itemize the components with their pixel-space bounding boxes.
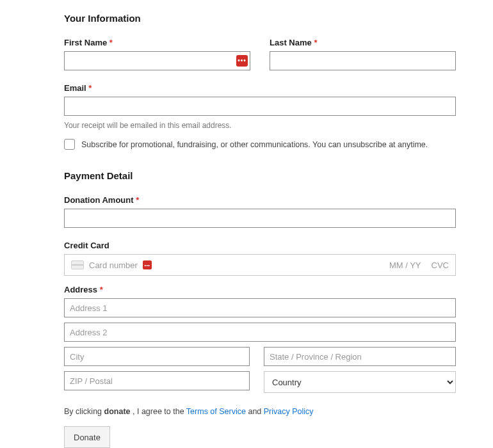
- subscribe-checkbox[interactable]: [64, 139, 75, 150]
- required-asterisk: *: [314, 38, 317, 47]
- state-input[interactable]: [264, 347, 456, 366]
- country-select[interactable]: Country: [264, 371, 456, 393]
- address2-input[interactable]: [64, 323, 456, 342]
- lastpass-icon[interactable]: •••: [143, 260, 152, 269]
- city-input[interactable]: [64, 347, 250, 366]
- required-asterisk: *: [109, 38, 113, 47]
- card-cvc-placeholder: CVC: [432, 260, 449, 270]
- required-asterisk: *: [88, 83, 92, 93]
- tos-link[interactable]: Terms of Service: [186, 407, 246, 416]
- first-name-label-text: First Name: [64, 38, 107, 47]
- address1-input[interactable]: [64, 298, 456, 317]
- card-expiry-placeholder: MM / YY: [389, 260, 421, 270]
- agree-mid: , I agree to the: [131, 407, 186, 416]
- zip-input[interactable]: [64, 371, 250, 390]
- donation-amount-label: Donation Amount *: [64, 195, 456, 205]
- your-information-title: Your Information: [64, 13, 456, 24]
- address-label: Address *: [64, 285, 456, 294]
- required-asterisk: *: [100, 285, 103, 294]
- card-number-placeholder: Card number: [89, 260, 138, 270]
- lastpass-dots: •••: [238, 58, 247, 64]
- last-name-input[interactable]: [270, 51, 456, 70]
- lastpass-icon[interactable]: •••: [236, 55, 248, 67]
- subscribe-label: Subscribe for promotional, fundraising, …: [81, 140, 428, 149]
- credit-card-input[interactable]: Card number ••• MM / YY CVC: [64, 254, 456, 276]
- email-helper-text: Your receipt will be emailed in this ema…: [64, 121, 456, 130]
- email-label: Email *: [64, 83, 456, 93]
- last-name-label-text: Last Name: [270, 38, 312, 47]
- card-icon: [71, 260, 84, 269]
- donation-amount-input[interactable]: [64, 209, 456, 228]
- required-asterisk: *: [136, 195, 139, 205]
- credit-card-label: Credit Card: [64, 241, 456, 250]
- payment-detail-title: Payment Detail: [64, 170, 456, 181]
- email-label-text: Email: [64, 83, 86, 93]
- agree-and: and: [246, 407, 264, 416]
- agree-bold: donate: [104, 407, 131, 416]
- donate-button[interactable]: Donate: [64, 426, 110, 448]
- address-label-text: Address: [64, 285, 97, 294]
- lastpass-dots: •••: [144, 263, 150, 268]
- donation-amount-label-text: Donation Amount: [64, 195, 134, 205]
- last-name-label: Last Name *: [270, 38, 456, 47]
- agree-pre: By clicking: [64, 407, 104, 416]
- email-input[interactable]: [64, 97, 456, 116]
- agree-text: By clicking donate , I agree to the Term…: [64, 407, 456, 416]
- privacy-link[interactable]: Privacy Policy: [264, 407, 314, 416]
- first-name-label: First Name *: [64, 38, 250, 47]
- first-name-input[interactable]: [64, 51, 250, 70]
